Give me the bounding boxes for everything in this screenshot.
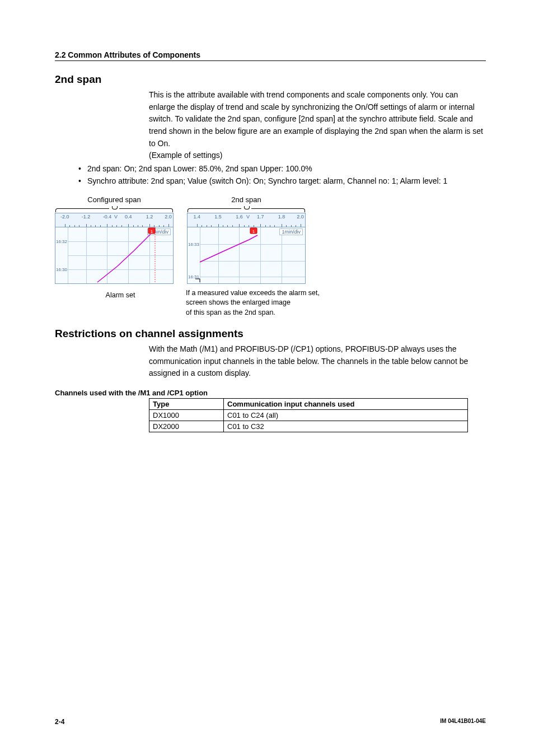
note-line: of this span as the 2nd span. [186,309,275,316]
marker-label: 1 [252,229,255,234]
paragraph-restrictions: With the Math (/M1) and PROFIBUS-DP (/CP… [149,343,486,380]
tick: -0.4 [103,214,112,220]
cell: C01 to C32 [224,421,468,432]
tick: -2.0 [60,214,69,220]
tick: 1.2 [146,214,153,220]
tick: 0.4 [125,214,132,220]
bullet-1: 2nd span: On; 2nd span Lower: 85.0%, 2nd… [78,163,486,175]
doc-number: IM 04L41B01-04E [440,718,486,726]
paragraph-2nd-span: This is the attribute available with tre… [149,89,486,150]
settings-bullets: 2nd span: On; 2nd span Lower: 85.0%, 2nd… [55,163,486,187]
note-line: If a measured value exceeds the alarm se… [186,289,320,297]
trend-line [200,235,257,262]
section-header: 2.2 Common Attributes of Components [55,50,486,61]
tick: 1.5 [214,214,222,220]
table-caption: Channels used with the /M1 and /CP1 opti… [55,389,486,397]
leader-icon [195,279,200,282]
figure-caption-row: Alarm set If a measured value exceeds th… [55,288,486,318]
page-number: 2-4 [55,718,64,726]
heading-2nd-span: 2nd span [55,73,486,86]
figure-left: Configured span -2.0 -1.2 -0.4 V 0.4 1.2… [55,195,174,284]
tick: 2.0 [165,214,172,220]
bullet-2: Synchro attribute: 2nd span; Value (swit… [78,175,486,188]
table-row: DX2000 C01 to C32 [149,421,468,432]
col-type: Type [149,399,224,410]
cell: DX1000 [149,410,224,421]
page-footer: 2-4 IM 04L41B01-04E [55,718,486,726]
tick: -1.2 [82,214,91,220]
tick: 1.4 [194,214,201,220]
figure-note: If a measured value exceeds the alarm se… [186,288,486,318]
cell: DX2000 [149,421,224,432]
cell: C01 to C24 (all) [224,410,468,421]
col-channels: Communication input channels used [224,399,468,410]
heading-restrictions: Restrictions on channel assignments [55,328,486,340]
alarm-set-label: Alarm set [55,288,186,318]
chart-2nd-span: 1.4 1.5 1.6 V 1.7 1.8 2.0 [187,213,306,284]
marker-label: 1 [151,229,153,234]
table-row: DX1000 C01 to C24 (all) [149,410,468,421]
table-header-row: Type Communication input channels used [149,399,468,410]
figure-left-title: Configured span [87,195,140,204]
note-line: screen shows the enlarged image [186,298,291,306]
figure-row: Configured span -2.0 -1.2 -0.4 V 0.4 1.2… [55,195,486,284]
example-label: (Example of settings) [149,150,486,162]
figure-right: 2nd span 1.4 1.5 1.6 V 1.7 1.8 2.0 [187,195,306,284]
unit: V [114,214,118,220]
tick: 2.0 [297,214,304,220]
trend-line [97,234,151,282]
figure-right-title: 2nd span [231,195,261,204]
tick: 1.8 [278,214,285,220]
chart-configured-span: -2.0 -1.2 -0.4 V 0.4 1.2 2.0 [55,213,174,284]
unit: V [246,214,250,220]
tick: 1.7 [257,214,264,220]
tick: 1.6 [236,214,243,220]
brace-icon [188,206,305,212]
channels-table: Type Communication input channels used D… [149,398,468,432]
brace-icon [55,206,173,212]
